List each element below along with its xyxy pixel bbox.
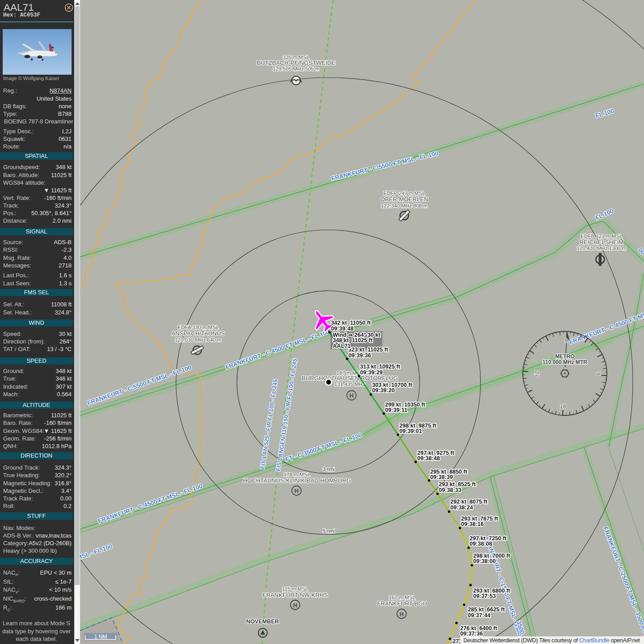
svg-text:OBER-MOERLEN: OBER-MOERLEN — [381, 196, 428, 203]
svg-text:09:39:36: 09:39:36 — [348, 352, 371, 359]
svg-text:09:39:01: 09:39:01 — [399, 428, 422, 434]
svg-text:09:39:29: 09:39:29 — [360, 369, 382, 376]
svg-text:160 m MSL: 160 m MSL — [389, 594, 415, 600]
svg-text:9: 9 — [595, 372, 601, 376]
svg-text:178 m MSL: 178 m MSL — [284, 471, 310, 477]
svg-text:EDFA 330 m MSL: EDFA 330 m MSL — [178, 324, 219, 330]
svg-text:09:39:48: 09:39:48 — [331, 326, 353, 332]
svg-text:5 nmi: 5 nmi — [323, 528, 335, 534]
svg-text:AAL71: AAL71 — [333, 343, 351, 349]
svg-text:09:38:48: 09:38:48 — [417, 455, 440, 462]
svg-text:27: 27 — [534, 371, 540, 377]
svg-text:09:38:24: 09:38:24 — [450, 504, 473, 511]
svg-text:09:38:16: 09:38:16 — [461, 521, 483, 527]
svg-text:120.430 MHz 1300 m: 120.430 MHz 1300 m — [577, 245, 627, 251]
svg-text:BURGHOLZHAUSEN ROTORFLUG: BURGHOLZHAUSEN ROTORFLUG — [302, 375, 398, 381]
svg-text:09:38:33: 09:38:33 — [439, 487, 461, 493]
svg-text:0: 0 — [565, 338, 568, 344]
svg-text:18: 18 — [560, 403, 566, 410]
svg-text:H: H — [349, 392, 353, 399]
svg-text:115 m MSL: 115 m MSL — [282, 586, 309, 592]
svg-text:09:39:20: 09:39:20 — [372, 387, 394, 394]
svg-text:09:38:08: 09:38:08 — [470, 541, 492, 547]
svg-text:ANSPACH/TAUNUS: ANSPACH/TAUNUS — [171, 330, 225, 337]
svg-text:09:38:39: 09:38:39 — [430, 474, 453, 480]
svg-text:09:38:00: 09:38:00 — [473, 558, 496, 564]
svg-text:H: H — [293, 602, 297, 609]
svg-text:3 nmi: 3 nmi — [323, 466, 335, 472]
svg-text:FRANKFURT NW-KRHS: FRANKFURT NW-KRHS — [263, 592, 328, 598]
svg-text:EDFB 121 m MSL: EDFB 121 m MSL — [580, 233, 623, 239]
svg-text:1 NM: 1 NM — [94, 634, 107, 640]
svg-text:BUTZBACH-PFINGSTWEIDE: BUTZBACH-PFINGSTWEIDE — [257, 59, 335, 66]
svg-text:REICHELSHEIM: REICHELSHEIM — [580, 239, 624, 246]
svg-text:121.030 MHz 640 m: 121.030 MHz 640 m — [175, 337, 221, 343]
svg-text:09:37:44: 09:37:44 — [468, 612, 490, 619]
svg-text:09:39:11: 09:39:11 — [385, 407, 407, 413]
svg-text:METRO: METRO — [555, 353, 574, 360]
svg-text:129.505 MHz 505 m: 129.505 MHz 505 m — [273, 66, 319, 72]
svg-text:H: H — [399, 611, 403, 618]
svg-text:09:37:36: 09:37:36 — [460, 631, 483, 637]
svg-text:H: H — [294, 487, 298, 494]
svg-text:122.340 MHz 808 m: 122.340 MHz 808 m — [381, 203, 428, 208]
svg-text:EDFP 247 m MSL: EDFP 247 m MSL — [383, 190, 425, 196]
svg-text:131.435 MHz: 131.435 MHz — [335, 381, 365, 387]
svg-text:110.000 MHz MTR: 110.000 MHz MTR — [542, 359, 587, 365]
svg-text:HOCHTAUNUS-KLINIK BAD HOMBURG: HOCHTAUNUS-KLINIK BAD HOMBURG — [243, 477, 351, 484]
svg-text:09:37:53: 09:37:53 — [473, 593, 496, 599]
svg-text:FRANKFURT BGU: FRANKFURT BGU — [377, 600, 427, 607]
svg-text:NOVEMBER: NOVEMBER — [246, 619, 279, 625]
